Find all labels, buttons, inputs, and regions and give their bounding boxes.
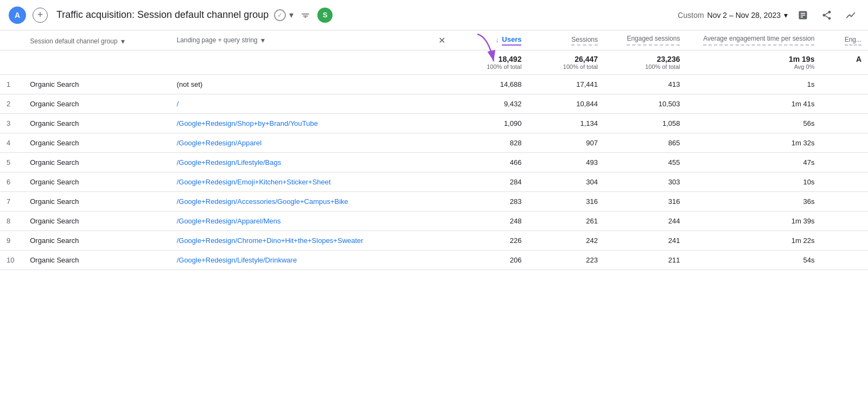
engaged-sessions-cell: 1,058	[604, 113, 686, 133]
table-row: 8 Organic Search /Google+Redesign/Appare…	[0, 211, 868, 230]
page-cell[interactable]: /Google+Redesign/Lifestyle/Bags	[170, 152, 452, 172]
sessions-cell: 242	[528, 230, 604, 250]
engaged-sessions-header[interactable]: Engaged sessions	[604, 30, 686, 50]
engaged-sessions-cell: 244	[604, 211, 686, 230]
engaged-sessions-cell: 455	[604, 152, 686, 172]
eng-per-cell	[821, 74, 868, 94]
avg-time-cell: 54s	[686, 250, 821, 270]
avg-time-cell: 1m 32s	[686, 133, 821, 152]
topbar-right: Custom Nov 2 – Nov 28, 2023 ▾	[678, 7, 859, 24]
page-filter-arrow[interactable]: ▾	[261, 36, 265, 44]
chart-icon[interactable]	[794, 7, 812, 24]
users-header[interactable]: ↓ Users	[452, 30, 528, 50]
row-number: 10	[0, 250, 23, 270]
eng-per-cell	[821, 172, 868, 191]
sessions-cell: 17,441	[528, 74, 604, 94]
table-row: 9 Organic Search /Google+Redesign/Chrome…	[0, 230, 868, 250]
page-cell[interactable]: /Google+Redesign/Shop+by+Brand/YouTube	[170, 113, 452, 133]
users-cell: 9,432	[452, 94, 528, 113]
avg-time-cell: 1m 22s	[686, 230, 821, 250]
session-channel-header[interactable]: Session default channel group ▾	[23, 30, 170, 50]
checkmark-icon[interactable]: ✓	[274, 9, 286, 21]
table-row: 2 Organic Search / 9,432 10,844 10,503 1…	[0, 94, 868, 113]
add-button[interactable]: +	[33, 8, 48, 23]
analytics-icon[interactable]	[842, 7, 859, 24]
totals-row: 18,492 100% of total 26,447 100% of tota…	[0, 50, 868, 74]
channel-filter-arrow[interactable]: ▾	[121, 37, 125, 46]
table-row: 10 Organic Search /Google+Redesign/Lifes…	[0, 250, 868, 270]
avg-engagement-header[interactable]: Average engagement time per session	[686, 30, 821, 50]
avg-time-cell: 1s	[686, 74, 821, 94]
users-cell: 466	[452, 152, 528, 172]
table-row: 4 Organic Search /Google+Redesign/Appare…	[0, 133, 868, 152]
engaged-sessions-cell: 865	[604, 133, 686, 152]
date-dropdown-arrow[interactable]: ▾	[784, 11, 788, 20]
users-cell: 206	[452, 250, 528, 270]
sort-arrow-icon: ↓	[495, 36, 499, 44]
sessions-cell: 261	[528, 211, 604, 230]
channel-cell: Organic Search	[23, 152, 170, 172]
table-header-row: Session default channel group ▾ Landing …	[0, 30, 868, 50]
sessions-header[interactable]: Sessions	[528, 30, 604, 50]
row-num-header	[0, 30, 23, 50]
sessions-cell: 10,844	[528, 94, 604, 113]
row-number: 8	[0, 211, 23, 230]
channel-cell: Organic Search	[23, 74, 170, 94]
eng-per-cell	[821, 94, 868, 113]
engaged-sessions-cell: 316	[604, 191, 686, 211]
table-container: Session default channel group ▾ Landing …	[0, 30, 868, 270]
table-row: 1 Organic Search (not set) 14,688 17,441…	[0, 74, 868, 94]
avatar[interactable]: A	[9, 7, 26, 24]
row-number: 1	[0, 74, 23, 94]
eng-per-cell	[821, 152, 868, 172]
engaged-sessions-cell: 241	[604, 230, 686, 250]
title-icons: ✓ ▾ S	[274, 7, 333, 24]
avg-time-cell: 1m 41s	[686, 94, 821, 113]
title-dropdown-arrow[interactable]: ▾	[289, 10, 293, 20]
sessions-cell: 223	[528, 250, 604, 270]
users-cell: 283	[452, 191, 528, 211]
page-cell[interactable]: /Google+Redesign/Accessories/Google+Camp…	[170, 191, 452, 211]
share-icon[interactable]	[818, 7, 835, 24]
row-number: 4	[0, 133, 23, 152]
avg-time-cell: 1m 39s	[686, 211, 821, 230]
row-number: 5	[0, 152, 23, 172]
row-number: 3	[0, 113, 23, 133]
table-row: 3 Organic Search /Google+Redesign/Shop+b…	[0, 113, 868, 133]
landing-page-header[interactable]: Landing page + query string ▾ ✕	[170, 30, 452, 50]
s-filter-badge[interactable]: S	[317, 8, 333, 23]
channel-cell: Organic Search	[23, 230, 170, 250]
page-cell[interactable]: /Google+Redesign/Lifestyle/Drinkware	[170, 250, 452, 270]
page-cell[interactable]: /Google+Redesign/Apparel/Mens	[170, 211, 452, 230]
users-cell: 828	[452, 133, 528, 152]
eng-per-cell	[821, 133, 868, 152]
eng-sessions-per-header[interactable]: Eng...	[821, 30, 868, 50]
date-range-selector[interactable]: Custom Nov 2 – Nov 28, 2023 ▾	[678, 11, 788, 20]
page-cell[interactable]: /Google+Redesign/Chrome+Dino+Hit+the+Slo…	[170, 230, 452, 250]
engaged-sessions-cell: 413	[604, 74, 686, 94]
users-cell: 284	[452, 172, 528, 191]
topbar: A + Traffic acquisition: Session default…	[0, 0, 868, 30]
engaged-sessions-cell: 211	[604, 250, 686, 270]
channel-cell: Organic Search	[23, 211, 170, 230]
eng-per-cell	[821, 113, 868, 133]
channel-cell: Organic Search	[23, 113, 170, 133]
users-cell: 1,090	[452, 113, 528, 133]
filter-icon[interactable]	[297, 7, 314, 24]
eng-per-cell	[821, 230, 868, 250]
page-cell[interactable]: (not set)	[170, 74, 452, 94]
page-cell[interactable]: /Google+Redesign/Apparel	[170, 133, 452, 152]
channel-cell: Organic Search	[23, 250, 170, 270]
channel-cell: Organic Search	[23, 191, 170, 211]
page-cell[interactable]: /Google+Redesign/Emoji+Kitchen+Sticker+S…	[170, 172, 452, 191]
table-body: 1 Organic Search (not set) 14,688 17,441…	[0, 74, 868, 270]
table-row: 7 Organic Search /Google+Redesign/Access…	[0, 191, 868, 211]
sessions-cell: 304	[528, 172, 604, 191]
row-number: 6	[0, 172, 23, 191]
sessions-cell: 1,134	[528, 113, 604, 133]
close-icon[interactable]: ✕	[438, 35, 445, 46]
engaged-sessions-cell: 10,503	[604, 94, 686, 113]
page-cell[interactable]: /	[170, 94, 452, 113]
table-row: 5 Organic Search /Google+Redesign/Lifest…	[0, 152, 868, 172]
sessions-cell: 907	[528, 133, 604, 152]
